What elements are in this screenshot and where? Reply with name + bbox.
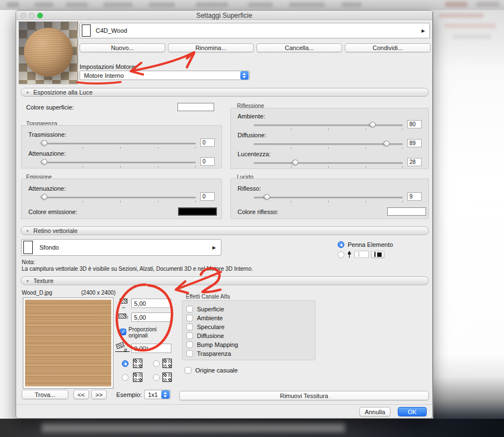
mirror-y-pattern-icon[interactable] xyxy=(133,373,142,382)
delete-button-label: Cancella... xyxy=(285,44,314,51)
share-button-label: Condividi... xyxy=(373,44,403,51)
section-texture[interactable]: ▼ Texture xyxy=(21,276,429,285)
section-exposure[interactable]: ▼ Esposizione alla Luce xyxy=(21,88,429,97)
slider-thumb[interactable] xyxy=(41,139,48,147)
next-button-label: >> xyxy=(96,391,103,398)
slider-track[interactable] xyxy=(254,197,403,198)
slider-track[interactable] xyxy=(45,162,196,163)
texture-height-input[interactable] xyxy=(131,312,171,322)
slider-label: Trasmissione: xyxy=(28,131,66,138)
menubar-blur-item xyxy=(149,2,175,7)
mirror-x-pattern-icon[interactable] xyxy=(162,359,172,368)
background-blur-item xyxy=(439,13,483,18)
rename-button[interactable]: Rinomina... xyxy=(168,43,254,52)
background-blur-strip xyxy=(42,423,345,432)
slider-track[interactable] xyxy=(254,143,403,145)
texture-width-input[interactable] xyxy=(131,299,171,308)
random-origin-checkbox[interactable] xyxy=(185,367,191,374)
background-blur-item xyxy=(452,34,491,39)
slider-value-input[interactable] xyxy=(200,192,215,201)
alpha-row: Speculare xyxy=(186,322,315,331)
slider-thumb[interactable] xyxy=(41,193,48,201)
slider-value-input[interactable] xyxy=(407,120,422,128)
transparency-checkbox[interactable] xyxy=(186,350,193,357)
section-vector-hatch[interactable]: ▼ Retino vettoriale xyxy=(21,226,429,235)
slider-thumb[interactable] xyxy=(291,158,299,166)
slider-track[interactable] xyxy=(45,197,196,198)
custom-pen-radio[interactable] xyxy=(338,251,344,258)
find-button[interactable]: Trova... xyxy=(22,390,68,399)
mirror-none-radio[interactable] xyxy=(122,360,129,367)
menubar-blur-item xyxy=(103,2,132,7)
pen-nib-icon xyxy=(347,251,352,258)
mirror-xy-pattern-icon[interactable] xyxy=(162,373,172,382)
pen-color-bar-icon xyxy=(374,252,375,257)
engine-dropdown[interactable]: Motore Interno xyxy=(80,71,250,80)
mirror-y-radio[interactable] xyxy=(122,374,129,381)
new-button[interactable]: Nuovo... xyxy=(80,43,165,52)
menubar-blur-item xyxy=(342,2,362,7)
stepper-icon[interactable] xyxy=(240,71,249,80)
element-pen-radio[interactable] xyxy=(338,241,344,248)
material-name-dropdown[interactable]: C4D_Wood ▶ xyxy=(80,23,430,38)
rename-button-label: Rinomina... xyxy=(195,44,226,51)
material-preview xyxy=(18,21,78,85)
slider-value-input[interactable] xyxy=(407,192,422,201)
slider-track[interactable] xyxy=(45,143,196,145)
slider-label: Diffusione: xyxy=(238,132,266,138)
slider-track[interactable] xyxy=(254,125,403,126)
diffuse-checkbox-label: Diffusione xyxy=(197,332,224,339)
original-proportions-label-2: originali xyxy=(129,332,147,339)
slider-value-input[interactable] xyxy=(200,138,215,147)
surface-color-swatch[interactable] xyxy=(177,103,214,111)
slider-track[interactable] xyxy=(254,162,403,164)
previous-button[interactable]: << xyxy=(73,390,89,399)
section-texture-title: Texture xyxy=(33,277,53,284)
ambient-checkbox-label: Ambiente xyxy=(197,315,223,321)
next-button[interactable]: >> xyxy=(91,390,107,399)
transparency-panel: Trasmissione: Attenuazione: xyxy=(21,125,222,168)
emission-color-label: Colore emissione: xyxy=(28,208,77,215)
slider-label: Attenuazione: xyxy=(28,150,66,157)
specular-checkbox[interactable] xyxy=(186,324,193,330)
slider-value-input[interactable] xyxy=(407,139,422,147)
texture-rotation-input[interactable] xyxy=(131,344,171,353)
mirror-xy-radio[interactable] xyxy=(153,374,160,381)
hatch-dropdown[interactable]: Sfondo ▶ xyxy=(21,239,221,256)
bump-mapping-checkbox[interactable] xyxy=(186,341,193,348)
original-proportions-checkbox[interactable] xyxy=(120,329,126,335)
reflex-color-swatch[interactable] xyxy=(387,207,426,216)
pen-number-input[interactable] xyxy=(354,251,369,258)
pen-color-button[interactable] xyxy=(371,251,384,258)
transparency-checkbox-label: Trasparenza xyxy=(197,350,231,357)
ok-button-label: OK xyxy=(408,409,417,415)
random-origin-label: Origine casuale xyxy=(195,367,238,374)
mirror-x-radio[interactable] xyxy=(153,360,160,367)
share-button[interactable]: Condividi... xyxy=(345,43,431,52)
slider-value-input[interactable] xyxy=(200,157,215,166)
slider-row-ambiente: Ambiente: xyxy=(231,113,428,132)
slider-thumb[interactable] xyxy=(263,193,271,201)
slider-thumb[interactable] xyxy=(382,140,390,147)
ambient-checkbox[interactable] xyxy=(186,315,193,321)
slider-thumb[interactable] xyxy=(41,158,48,166)
delete-button[interactable]: Cancella... xyxy=(256,43,342,52)
emission-color-swatch[interactable] xyxy=(178,207,217,216)
cancel-button[interactable]: Annulla xyxy=(359,407,391,416)
mirror-none-pattern-icon[interactable] xyxy=(133,359,142,368)
slider-label: Ambiente: xyxy=(238,113,265,120)
sample-dropdown[interactable]: 1x1 xyxy=(144,390,171,399)
surface-settings-dialog: Settaggi Superficie C4D_Wood ▶ Nuovo... … xyxy=(16,10,433,419)
diffuse-checkbox[interactable] xyxy=(186,332,193,339)
slider-value-input[interactable] xyxy=(407,158,422,166)
stepper-icon[interactable] xyxy=(161,390,170,399)
dialog-titlebar[interactable]: Settaggi Superficie xyxy=(16,11,432,20)
surface-checkbox[interactable] xyxy=(186,306,193,312)
element-pen-label: Penna Elemento xyxy=(348,241,393,248)
remove-texture-button[interactable]: Rimuovi Tessitura xyxy=(179,391,429,400)
ok-button[interactable]: OK xyxy=(398,407,427,416)
slider-row-lucentezza: Lucentezza: xyxy=(231,151,428,170)
texture-dimensions: (2400 x 2400) xyxy=(81,290,116,296)
slider-thumb[interactable] xyxy=(369,121,377,128)
menubar-blur-item xyxy=(476,2,500,7)
